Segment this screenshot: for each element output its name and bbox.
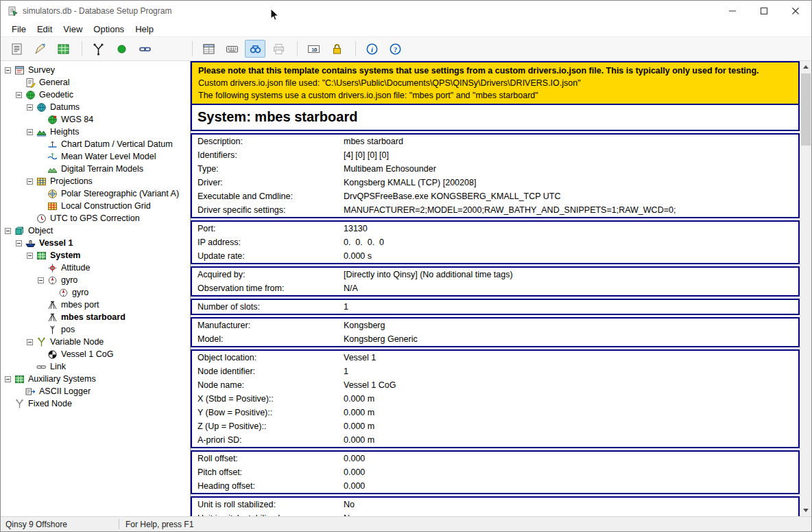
info-button[interactable]: i (361, 40, 382, 58)
record-button[interactable] (111, 40, 132, 58)
help-button[interactable]: ? (385, 40, 405, 58)
expander-minus-icon[interactable] (16, 240, 22, 246)
field-row: Object location:Vessel 1 (192, 351, 798, 365)
field-row: X (Stbd = Positive)::0.000 m (192, 392, 798, 406)
io-tester-button[interactable]: 10 (303, 40, 324, 58)
tree-item-local-construction-grid[interactable]: Local Construction Grid (1, 200, 190, 212)
tree-item-attitude[interactable]: Attitude (1, 262, 190, 274)
keyboard-setup-button[interactable] (222, 40, 242, 58)
database-setup-button[interactable] (245, 40, 265, 58)
tree-item-system[interactable]: System (1, 249, 190, 262)
scroll-down-arrow-icon[interactable] (800, 505, 811, 516)
vertical-scrollbar[interactable] (800, 61, 811, 516)
field-row: Acquired by:[Directly into Qinsy] (No ad… (192, 268, 798, 281)
wizard-button[interactable] (29, 40, 50, 58)
menu-help[interactable]: Help (130, 23, 159, 36)
expander-minus-icon[interactable] (5, 376, 11, 382)
chart-datum-icon (47, 139, 58, 150)
table-view-button[interactable] (198, 40, 219, 58)
minimize-button[interactable] (717, 1, 748, 21)
toolbar-separator (355, 41, 356, 56)
tree-item-link[interactable]: Link (1, 360, 190, 373)
menu-options[interactable]: Options (88, 23, 130, 36)
summary-view-button[interactable] (6, 40, 27, 58)
tree-item-label: Vessel 1 (39, 238, 73, 248)
datums-icon (36, 102, 47, 113)
app-window: simulators.db - Database Setup Program F… (0, 0, 812, 532)
close-button[interactable] (780, 1, 811, 21)
expander-minus-icon[interactable] (27, 104, 33, 111)
tree-item-label: gyro (61, 275, 77, 285)
tree-item-mean-water-level-model[interactable]: Mean Water Level Model (1, 150, 190, 163)
grid-editor-button[interactable] (53, 40, 73, 58)
field-value: Kongsberg KMALL (TCP) [200208] (344, 177, 793, 188)
tree-item-fixed-node[interactable]: Fixed Node (1, 397, 190, 410)
tree-item-mbes-starboard[interactable]: mbes starboard (1, 311, 190, 323)
tree-item-label: General (39, 78, 69, 87)
lock-button[interactable] (326, 40, 347, 58)
tree-item-variable-node[interactable]: Variable Node (1, 336, 190, 348)
scrollbar-thumb[interactable] (801, 73, 811, 146)
tree-panel: SurveyGeneralGeodeticDatumsWGS 84Heights… (1, 61, 191, 516)
printer-icon (272, 43, 285, 56)
tree-item-object[interactable]: Object (1, 224, 190, 237)
tree-item-geodetic[interactable]: Geodetic (1, 89, 190, 101)
field-label: Manufacturer: (198, 320, 344, 331)
field-label: Executable and Cmdline: (198, 191, 344, 202)
tree-item-digital-terrain-models[interactable]: Digital Terrain Models (1, 163, 190, 175)
tree-item-gyro[interactable]: gyro (1, 286, 190, 299)
expander-minus-icon[interactable] (27, 339, 33, 345)
expander-minus-icon[interactable] (38, 277, 44, 284)
tree-item-vessel-1[interactable]: Vessel 1 (1, 237, 190, 249)
status-bar: Qinsy 9 Offshore For Help, press F1 (1, 516, 811, 531)
tree-item-polar-stereographic-variant-a[interactable]: Polar Stereographic (Variant A) (1, 187, 190, 200)
tree-item-datums[interactable]: Datums (1, 101, 190, 113)
expander-minus-icon[interactable] (5, 228, 11, 234)
warning-banner: Please note that this template contains … (191, 61, 800, 104)
field-row: Type:Multibeam Echosounder (192, 162, 798, 176)
field-row: Number of slots:1 (192, 300, 798, 314)
link-tool-button[interactable] (134, 40, 155, 58)
tree-item-ascii-logger[interactable]: ASCII Logger (1, 385, 190, 397)
field-label: IP address: (198, 237, 344, 248)
field-row: IP address:0. 0. 0. 0 (192, 235, 798, 249)
tree-item-mbes-port[interactable]: mbes port (1, 299, 190, 311)
menu-file[interactable]: File (6, 23, 32, 36)
tree-item-utc-to-gps-correction[interactable]: UTC to GPS Correction (1, 212, 190, 224)
expander-minus-icon[interactable] (27, 253, 33, 259)
expander-spacer (38, 141, 44, 148)
tree-item-label: mbes port (61, 300, 99, 310)
scrollbar-track[interactable] (800, 73, 811, 505)
tree-item-auxiliary-systems[interactable]: Auxiliary Systems (1, 373, 190, 385)
expander-minus-icon[interactable] (27, 129, 33, 135)
tree-item-general[interactable]: General (1, 76, 190, 89)
tree-item-label: gyro (72, 288, 88, 297)
tree-item-pos[interactable]: pos (1, 323, 190, 336)
polar-projection-icon (47, 189, 58, 199)
field-row: Unit is roll stabilized:No (192, 498, 798, 511)
tree-item-wgs-84[interactable]: WGS 84 (1, 113, 190, 126)
grid-green-icon (57, 43, 70, 56)
expander-minus-icon[interactable] (5, 67, 11, 73)
tree-item-chart-datum-vertical-datum[interactable]: Chart Datum / Vertical Datum (1, 138, 190, 150)
binoculars-icon (249, 43, 262, 56)
field-label: Acquired by: (198, 269, 344, 280)
tree-item-survey[interactable]: Survey (1, 64, 190, 76)
tree-item-label: Polar Stereographic (Variant A) (61, 189, 179, 198)
menu-view[interactable]: View (58, 23, 88, 36)
tree-item-vessel-1-cog[interactable]: Vessel 1 CoG (1, 348, 190, 360)
node-tool-button[interactable] (88, 40, 108, 58)
tree-item-gyro[interactable]: gyro (1, 274, 190, 286)
status-divider (119, 519, 119, 529)
expander-minus-icon[interactable] (16, 92, 22, 98)
tree-item-projections[interactable]: Projections (1, 175, 190, 187)
expander-minus-icon[interactable] (27, 178, 33, 185)
print-button[interactable] (268, 40, 289, 58)
field-value: 0.000 (344, 453, 793, 464)
field-label: Number of slots: (198, 301, 344, 312)
menu-edit[interactable]: Edit (32, 23, 58, 36)
maximize-button[interactable] (748, 1, 780, 21)
field-label: Driver: (198, 177, 344, 188)
tree-item-heights[interactable]: Heights (1, 126, 190, 138)
scroll-up-arrow-icon[interactable] (800, 61, 811, 73)
